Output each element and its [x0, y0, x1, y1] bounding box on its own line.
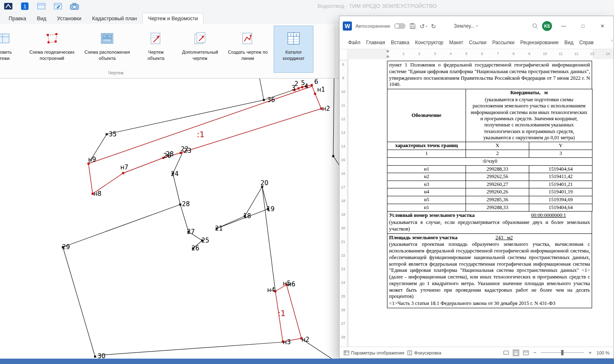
read-mode-button[interactable] [502, 349, 510, 357]
table-row-numbers: 1 2 3 [387, 150, 592, 158]
ribbon-button-layout-scheme[interactable]: Схема расположенияобъекта [81, 26, 134, 73]
ribbon-button-label: Схема расположенияобъекта [84, 49, 130, 62]
layer-1-icon[interactable]: 1 [19, 1, 31, 12]
table-row-subheader: характерных точек границ X Y [387, 142, 592, 150]
ruler-number: 21 [341, 240, 345, 244]
window-frame-icon[interactable] [36, 1, 47, 12]
conditional-number-block: Условный номер земельного участка 00:00:… [387, 211, 592, 233]
ribbon-button-update[interactable]: новитьтежи [0, 26, 23, 73]
cell-y: 1519404,64 [529, 165, 592, 173]
ruler-horizontal[interactable]: 1234567891011121314 [347, 49, 614, 59]
table-row-header: Обозначение Координаты, м (указываются в… [387, 89, 592, 142]
ruler-number: 18 [341, 199, 345, 203]
menu-tab-4[interactable]: Чертеж и Ведомости [142, 13, 203, 24]
cadastral-drawing[interactable]: 3635н9н7н8242827252629302118201923546н1н… [0, 79, 340, 359]
cell-num-2: 2 [466, 150, 529, 158]
word-tab-6[interactable]: Рассылки [489, 36, 517, 49]
svg-text:н7: н7 [120, 164, 128, 171]
ruler-number: 9 [342, 76, 344, 80]
word-tab-7[interactable]: Рецензирование [517, 36, 561, 49]
zoom-thumb[interactable] [561, 350, 564, 355]
svg-text::1: :1 [197, 130, 205, 139]
word-tab-0[interactable]: Файл [345, 36, 363, 49]
cell-x: 299285,36 [466, 196, 529, 204]
minimize-button[interactable]: — [556, 20, 571, 32]
zoom-in-button[interactable]: + [587, 350, 593, 356]
avatar[interactable]: KS [542, 21, 552, 31]
web-layout-button[interactable] [522, 349, 530, 357]
ribbon-button-coord-catalog[interactable]: xyКаталогкоординат [274, 26, 313, 73]
autosave-toggle[interactable] [394, 23, 406, 29]
window-edit-icon[interactable] [52, 1, 64, 12]
ruler-number: 8 [342, 62, 344, 67]
ruler-number: 13 [341, 131, 345, 135]
ruler-number: 24 [341, 281, 345, 285]
ribbon-button-drawing-object[interactable]: Чертежобъекта [136, 26, 176, 73]
maximize-button[interactable]: □ [575, 20, 591, 32]
window-title: Водоотвод - ТИМ КРЕДО ЗЕМЛЕУСТРОЙСТВО [318, 3, 437, 9]
zoom-slider[interactable] [541, 352, 584, 353]
word-tab-8[interactable]: Вид [561, 36, 576, 49]
word-tab-2[interactable]: Вставка [388, 36, 412, 49]
cell-y: 1519404,64 [529, 204, 592, 212]
display-options-button[interactable]: Параметры отображения [344, 350, 404, 356]
menu-tab-0[interactable]: Правка [3, 13, 31, 24]
ribbon-button-geo-scheme[interactable]: Схема геодезическихпостроений [26, 26, 78, 73]
ruler-number: 20 [341, 226, 345, 230]
ribbon-button-additional-drawing[interactable]: Дополнительныйчертеж [178, 26, 222, 73]
area-label: Площадь земельного участка [389, 235, 457, 241]
indent-marker-top[interactable] [386, 50, 389, 53]
word-tab-4[interactable]: Макет [446, 36, 466, 49]
zoom-out-button[interactable]: − [532, 350, 538, 356]
print-layout-button[interactable] [512, 349, 520, 357]
word-tab-5[interactable]: Ссылки [466, 36, 489, 49]
svg-text:26: 26 [191, 245, 199, 252]
svg-text:н2: н2 [301, 336, 309, 343]
cell-point: н5 [387, 196, 466, 204]
table-row: н1299288,331519404,64 [387, 165, 592, 173]
tabs-overflow-icon[interactable]: › [611, 38, 613, 43]
svg-text:18: 18 [243, 212, 251, 220]
document-area: пункт 1 Положения о федеральной государс… [347, 59, 614, 347]
app-logo-icon[interactable] [2, 1, 14, 12]
ruler-number: 1 [402, 52, 404, 56]
menu-tab-2[interactable]: Установки [52, 13, 87, 24]
word-titlebar: W Автосохранение ↺▾ ↻ Землеу...▾ KS — □ … [339, 16, 614, 36]
indent-marker-bottom[interactable] [386, 55, 389, 57]
ruler-number: 10 [341, 90, 345, 94]
cell-x: 299262,56 [466, 173, 529, 181]
svg-text:н2: н2 [322, 105, 330, 112]
document-page[interactable]: пункт 1 Положения о федеральной государс… [349, 59, 614, 347]
menu-tab-3[interactable]: Кадастровый план [87, 13, 142, 24]
zoom-level[interactable]: 100 % [595, 350, 609, 355]
drawing-object-icon [148, 31, 163, 46]
table-row: н5299285,361519394,69 [387, 196, 592, 204]
toggle-knob [394, 24, 399, 29]
svg-text::1: :1 [278, 309, 286, 318]
coords-header-title: Координаты, м [468, 90, 590, 96]
cell-point: н4 [387, 188, 466, 196]
save-button[interactable] [409, 23, 416, 29]
menu-tab-1[interactable]: Вид [31, 13, 52, 24]
ribbon-button-drawing-by-line[interactable]: Создать чертеж полинии [224, 26, 271, 73]
undo-button[interactable]: ↺▾ [420, 23, 427, 29]
redo-button[interactable]: ↻ [431, 23, 436, 29]
cell-y: 1519401,19 [529, 188, 592, 196]
word-tab-3[interactable]: Конструктор [412, 36, 446, 49]
area-note: (указывается проектная площадь образуемо… [389, 241, 590, 300]
coords-header-note: (указываются в случае подготовки схемы р… [468, 96, 590, 142]
document-name[interactable]: Землеу...▾ [454, 23, 478, 29]
word-tab-1[interactable]: Главная [363, 36, 388, 49]
camera-icon[interactable] [69, 1, 80, 12]
table-row: н1299288,331519404,64 [387, 204, 592, 212]
svg-text:1: 1 [23, 3, 26, 10]
word-tab-9[interactable]: Справ [576, 36, 597, 49]
focus-button[interactable]: Фокусировка [407, 350, 442, 356]
search-icon[interactable] [532, 23, 538, 29]
close-button[interactable]: ✕ [595, 20, 610, 32]
ribbon-button-label: Дополнительныйчертеж [182, 49, 218, 62]
word-logo-icon[interactable]: W [343, 21, 352, 31]
ruler-vertical[interactable]: 8910111213141516171819202122232425262728 [339, 59, 347, 347]
footnote: <1>Часть 3 статьи 18.1 Федерального зако… [389, 300, 590, 307]
credo-titlebar: 1 Водоотвод - ТИМ КРЕДО ЗЕМЛЕУСТРОЙСТВО [0, 0, 614, 12]
